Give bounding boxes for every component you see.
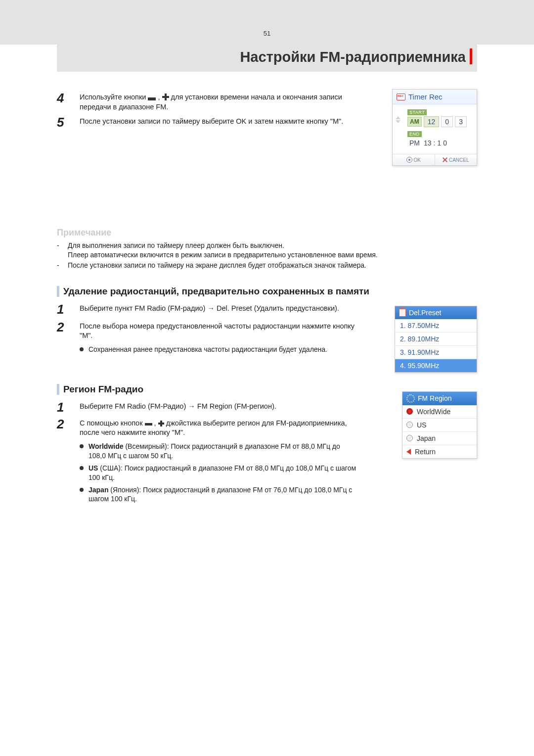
section-title: Удаление радиостанций, предварительно со…: [57, 286, 477, 297]
note-title: Примечание: [57, 228, 477, 238]
region-row-return[interactable]: Return: [402, 445, 477, 458]
fm-region-header: FM Region: [402, 392, 477, 405]
dash-icon: -: [57, 261, 62, 270]
delete-preset-section: Удаление радиостанций, предварительно со…: [57, 286, 477, 354]
cancel-label: CANCEL: [449, 157, 469, 163]
ww-text: (Всемирный): Поиск радиостанций в диапаз…: [89, 442, 340, 460]
radio-icon: [406, 422, 413, 428]
timer-rec-body: START AM 12 0 3 END PM 13 : 1: [393, 104, 477, 154]
step-number: 4: [57, 92, 80, 104]
preset-row-selected[interactable]: 4. 95.90MHz: [395, 359, 477, 372]
bullet-text: Сохраненная ранее предустановка частоты …: [89, 345, 327, 354]
del-preset-panel: Del.Preset 1. 87.50MHz 2. 89.10MHz 3. 91…: [395, 306, 477, 373]
radio-selected-icon: [406, 408, 413, 415]
bullet-dot-icon: [80, 444, 84, 448]
header-band: Настройки FM-радиоприемника: [57, 45, 477, 72]
region-label: US: [417, 421, 426, 429]
fm-region-panel: FM Region WorldWide US Japan Return: [402, 391, 477, 459]
page: 51 Настройки FM-радиоприемника 4 Использ…: [0, 0, 534, 504]
step-text: После выбора номера предустановленной ча…: [80, 321, 366, 341]
minus-icon: [148, 97, 156, 100]
steps-group-a: 4 Используйте кнопки , для установки вре…: [57, 92, 477, 129]
preset-row[interactable]: 2. 89.10MHz: [395, 332, 477, 346]
us-text: (США): Поиск радиостанций в диапазоне FM…: [89, 464, 356, 481]
del-bullet: Сохраненная ранее предустановка частоты …: [80, 345, 356, 354]
region-bullet-ww: Worldwide (Всемирный): Поиск радиостанци…: [80, 442, 356, 461]
start-m1: 0: [441, 116, 453, 127]
back-arrow-icon: [406, 449, 411, 455]
note-list: - Для выполнения записи по таймеру плеер…: [57, 241, 477, 270]
start-slot: START AM 12 0 3: [407, 107, 474, 127]
fm-region-title: FM Region: [418, 394, 451, 402]
minus-icon: [145, 423, 152, 425]
end-slot: END PM 13 : 1 0: [407, 129, 474, 148]
ok-icon: [406, 157, 412, 163]
bullet-dot-icon: [80, 466, 84, 470]
timer-rec-panel: Timer Rec START AM 12 0 3: [392, 89, 477, 166]
region-row-worldwide[interactable]: WorldWide: [402, 405, 477, 419]
region-bullet-us: US (США): Поиск радиостанций в диапазоне…: [80, 464, 356, 482]
step-number: 2: [57, 321, 80, 333]
ww-label: Worldwide: [89, 442, 124, 450]
start-m2: 3: [455, 116, 467, 127]
timer-rec-title: Timer Rec: [408, 93, 443, 101]
note-item: - После установки записи по таймеру на э…: [57, 261, 477, 270]
step-number: 1: [57, 401, 80, 414]
step-text: Выберите FM Radio (FM-Радио) → FM Region…: [80, 401, 276, 412]
preset-row[interactable]: 3. 91.90MHz: [395, 346, 477, 359]
end-m1: 1: [437, 139, 441, 147]
start-ampm: AM: [407, 117, 422, 127]
t4a: Используйте кнопки: [80, 93, 148, 101]
bullet-text: US (США): Поиск радиостанций в диапазоне…: [89, 464, 356, 482]
page-number: 51: [264, 30, 270, 37]
end-hour: 13 :: [424, 139, 435, 147]
note-block: Примечание - Для выполнения записи по та…: [57, 228, 477, 270]
rec-icon: [397, 94, 405, 100]
note-text: После установки записи по таймеру на экр…: [68, 261, 366, 270]
jp-label: Japan: [89, 486, 108, 494]
bullet-dot-icon: [80, 347, 84, 351]
note-text: Для выполнения записи по таймеру плеер д…: [68, 241, 378, 260]
bullet-dot-icon: [80, 488, 84, 492]
step-text: После установки записи по таймеру выбери…: [80, 116, 343, 127]
step-text: Используйте кнопки , для установки време…: [80, 92, 356, 112]
jp-text: (Япония): Поиск радиостанций в диапазоне…: [89, 486, 352, 503]
content: 4 Используйте кнопки , для установки вре…: [57, 72, 477, 504]
start-hour: 12: [424, 116, 440, 127]
region-row-us[interactable]: US: [402, 419, 477, 432]
r2b: ,: [154, 419, 158, 427]
dash-icon: -: [57, 241, 62, 260]
end-label: END: [407, 131, 422, 137]
bullet-text: Worldwide (Всемирный): Поиск радиостанци…: [89, 442, 356, 461]
cancel-button[interactable]: CANCEL: [435, 154, 477, 165]
fm-region-section: Регион FM-радио 1 Выберите FM Radio (FM-…: [57, 384, 477, 504]
start-row: AM 12 0 3: [407, 116, 474, 127]
region-row-japan[interactable]: Japan: [402, 432, 477, 445]
t4b: ,: [158, 93, 162, 101]
timer-rec-footer: OK CANCEL: [393, 154, 477, 165]
preset-row[interactable]: 1. 87.50MHz: [395, 319, 477, 332]
step-number: 2: [57, 418, 80, 430]
plus-icon: [162, 94, 169, 100]
end-ampm: PM: [407, 138, 422, 148]
title-text: Настройки FM-радиоприемника: [240, 49, 466, 65]
us-label: US: [89, 464, 98, 472]
step-text: С помощью кнопок , джойстика выберите ре…: [80, 418, 366, 438]
title-accent-bar: [470, 48, 472, 64]
step-number: 5: [57, 116, 80, 129]
step-text: Выберите пункт FM Radio (FM-радио) → Del…: [80, 303, 339, 314]
updown-icon: [396, 116, 400, 123]
cancel-icon: [443, 157, 447, 162]
step-number: 1: [57, 303, 80, 316]
del-preset-title: Del.Preset: [409, 309, 441, 317]
trash-icon: [399, 309, 406, 317]
r2a: С помощью кнопок: [80, 419, 145, 427]
start-label: START: [407, 109, 427, 115]
ok-button[interactable]: OK: [393, 154, 435, 165]
region-label: Return: [415, 448, 436, 456]
page-title: Настройки FM-радиоприемника: [240, 48, 472, 65]
bullet-text: Japan (Япония): Поиск радиостанций в диа…: [89, 485, 356, 504]
del-preset-header: Del.Preset: [395, 306, 477, 319]
gear-icon: [406, 394, 415, 403]
end-m2: 0: [443, 139, 447, 147]
